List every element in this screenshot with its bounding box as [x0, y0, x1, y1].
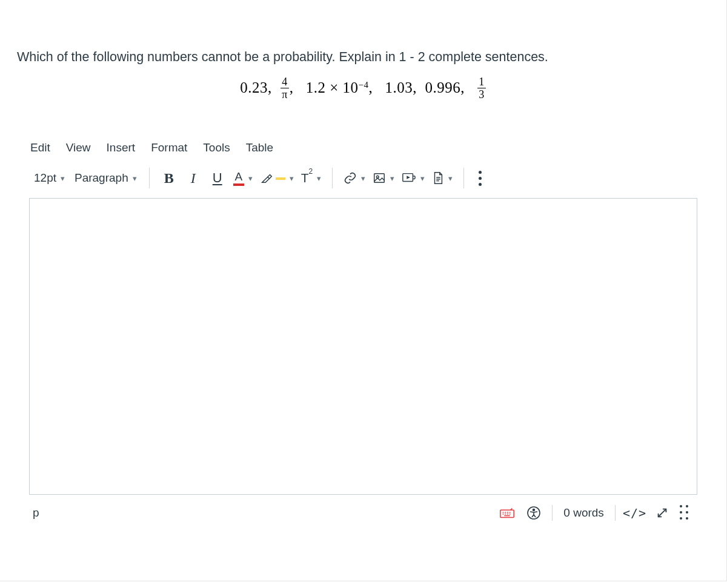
- keyboard-button[interactable]: [496, 503, 518, 523]
- menu-table[interactable]: Table: [246, 141, 273, 154]
- font-size-select[interactable]: 12pt ▾: [29, 167, 70, 190]
- menu-view[interactable]: View: [66, 141, 91, 154]
- menu-edit[interactable]: Edit: [30, 141, 50, 154]
- svg-point-17: [533, 509, 535, 511]
- statusbar-separator: [615, 505, 616, 521]
- chevron-down-icon: ▾: [61, 174, 65, 183]
- highlighter-icon: [260, 171, 273, 185]
- code-icon: </>: [623, 506, 646, 520]
- drag-handle-icon: [679, 504, 691, 522]
- question-prompt: Which of the following numbers cannot be…: [17, 18, 709, 67]
- toolbar-separator: [463, 168, 464, 188]
- link-button[interactable]: ▾: [340, 167, 369, 190]
- block-format-label: Paragraph: [75, 171, 128, 185]
- accessibility-icon: [526, 506, 541, 520]
- toolbar-separator: [332, 168, 333, 188]
- highlight-swatch: [276, 177, 285, 180]
- more-vertical-icon: [476, 168, 484, 188]
- document-icon: [432, 171, 444, 185]
- block-format-select[interactable]: Paragraph ▾: [70, 167, 142, 190]
- svg-rect-0: [374, 174, 385, 183]
- text-color-button[interactable]: A ▾: [230, 167, 256, 190]
- chevron-down-icon: ▾: [248, 174, 253, 183]
- document-button[interactable]: ▾: [428, 167, 456, 190]
- italic-button[interactable]: I: [181, 167, 205, 190]
- editor-statusbar: p: [29, 495, 697, 529]
- media-button[interactable]: ▾: [398, 167, 428, 190]
- word-count[interactable]: 0 words: [557, 506, 610, 520]
- chevron-down-icon: ▾: [390, 174, 394, 183]
- chevron-down-icon: ▾: [420, 174, 425, 183]
- question-values: 0.23, 4π, 1.2 × 10−4, 1.03, 0.996, 13: [17, 78, 709, 101]
- media-icon: [402, 171, 416, 185]
- link-icon: [344, 171, 357, 185]
- image-button[interactable]: ▾: [369, 167, 398, 190]
- statusbar-separator: [552, 505, 553, 521]
- expand-icon: [656, 506, 669, 520]
- menu-tools[interactable]: Tools: [203, 141, 230, 154]
- chevron-down-icon: ▾: [361, 174, 365, 183]
- keyboard-icon: [499, 507, 515, 519]
- chevron-down-icon: ▾: [133, 174, 137, 183]
- image-icon: [373, 171, 386, 185]
- editor-menubar: Edit View Insert Format Tools Table: [29, 137, 697, 163]
- editor-toolbar: 12pt ▾ Paragraph ▾ B I U: [29, 163, 697, 198]
- chevron-down-icon: ▾: [448, 174, 453, 183]
- menu-format[interactable]: Format: [151, 141, 187, 154]
- underline-button[interactable]: U: [205, 167, 230, 190]
- superscript-button[interactable]: T2 ▾: [297, 167, 325, 190]
- question-editor-container: Which of the following numbers cannot be…: [0, 0, 727, 581]
- fullscreen-button[interactable]: [651, 503, 673, 523]
- font-size-label: 12pt: [34, 171, 56, 185]
- chevron-down-icon: ▾: [290, 174, 294, 183]
- highlight-color-button[interactable]: ▾: [256, 167, 297, 190]
- editor-content-area[interactable]: [29, 198, 697, 495]
- menu-insert[interactable]: Insert: [107, 141, 136, 154]
- rich-text-editor: Edit View Insert Format Tools Table 12pt…: [29, 137, 697, 529]
- resize-handle[interactable]: [678, 503, 691, 523]
- bold-button[interactable]: B: [157, 167, 181, 190]
- element-path[interactable]: p: [33, 506, 39, 520]
- toolbar-separator: [149, 168, 150, 188]
- more-tools-button[interactable]: [471, 167, 488, 190]
- html-view-button[interactable]: </>: [623, 503, 646, 523]
- accessibility-button[interactable]: [523, 503, 545, 523]
- text-color-swatch: [233, 183, 244, 186]
- chevron-down-icon: ▾: [317, 174, 321, 183]
